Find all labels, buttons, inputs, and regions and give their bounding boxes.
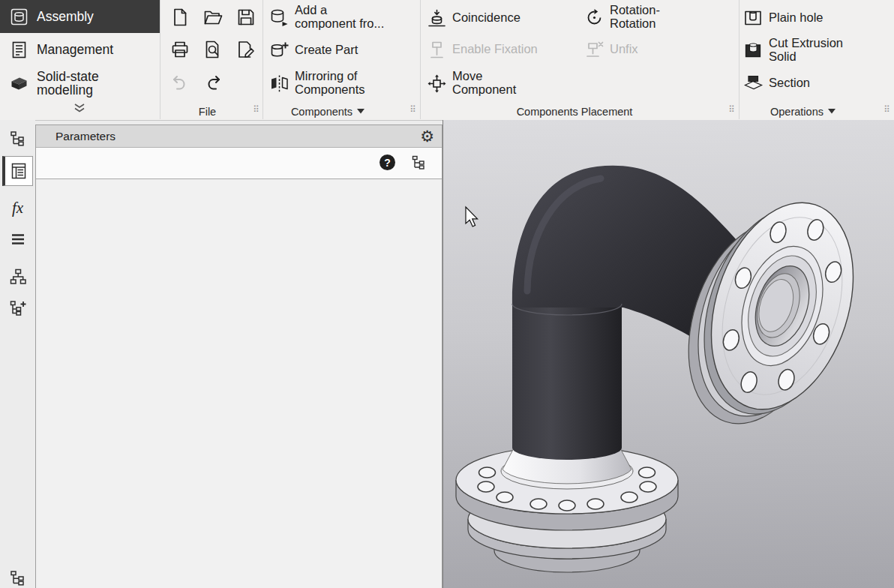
ribbon-separator <box>160 0 160 119</box>
rotation-rotation-label: Rotation- Rotation <box>610 4 660 30</box>
help-icon: ? <box>384 157 391 169</box>
mirroring-icon <box>269 74 290 94</box>
ribbon-collapse-chevron-icon[interactable] <box>69 101 90 115</box>
create-part-button[interactable]: Create Part <box>268 36 418 64</box>
placement-group-handle[interactable]: ⠿ <box>728 105 735 114</box>
tab-assembly-label: Assembly <box>37 10 94 23</box>
components-dropdown-caret-icon[interactable] <box>357 109 364 114</box>
panel-tree-button[interactable] <box>410 154 428 172</box>
structure-tree-button[interactable] <box>2 124 33 153</box>
mirroring-button[interactable]: Mirroring of Components <box>268 68 418 99</box>
undo-button[interactable] <box>166 68 194 97</box>
coincidence-label: Coincidence <box>452 11 520 25</box>
plain-hole-icon <box>743 8 764 28</box>
parameters-panel: Parameters ⚙ ? <box>35 124 442 588</box>
enable-fixation-icon <box>427 40 447 60</box>
enable-fixation-label: Enable Fixation <box>452 43 538 56</box>
menu-lines-icon <box>9 230 27 248</box>
undo-icon <box>170 73 190 92</box>
parameters-list-icon <box>10 162 28 180</box>
mirroring-label: Mirroring of Components <box>295 70 365 96</box>
unfix-icon <box>584 40 604 60</box>
tab-solid-label: Solid-state modelling <box>37 70 99 98</box>
move-component-label: Move Component <box>452 70 516 96</box>
open-folder-icon <box>203 8 223 27</box>
plain-hole-button[interactable]: Plain hole <box>742 5 892 31</box>
print-icon <box>170 40 190 59</box>
group-label-operations: Operations <box>741 104 865 119</box>
ribbon-separator <box>262 0 263 119</box>
redo-icon <box>203 73 223 92</box>
add-component-icon <box>269 8 290 28</box>
gear-icon[interactable]: ⚙ <box>420 127 434 146</box>
section-icon <box>743 74 764 94</box>
management-icon <box>10 40 28 59</box>
parameters-panel-toolbar: ? <box>36 148 442 179</box>
group-label-components: Components <box>264 104 392 119</box>
ribbon-separator <box>420 0 421 119</box>
move-component-icon <box>427 74 447 94</box>
ribbon: Assembly Management Solid-state modellin… <box>0 0 894 121</box>
new-document-icon <box>170 8 190 27</box>
save-as-icon <box>236 40 256 59</box>
print-preview-icon <box>203 40 223 59</box>
add-component-label: Add a component fro... <box>295 4 384 30</box>
tree-add-button[interactable] <box>2 294 33 322</box>
assembly-icon <box>10 8 28 26</box>
cut-extrusion-icon <box>743 40 764 61</box>
ribbon-separator <box>739 0 740 119</box>
move-component-button[interactable]: Move Component <box>426 68 580 99</box>
coincidence-button[interactable]: Coincidence <box>426 5 580 31</box>
menu-list-button[interactable] <box>2 225 33 254</box>
tab-assembly[interactable]: Assembly <box>0 0 160 33</box>
unfix-button[interactable]: Unfix <box>584 36 734 63</box>
tab-management[interactable]: Management <box>0 33 160 66</box>
enable-fixation-button[interactable]: Enable Fixation <box>426 36 580 63</box>
tree-add-icon <box>9 299 27 317</box>
bottom-tree-icon <box>9 569 27 587</box>
vertical-pipe <box>512 300 622 460</box>
help-button[interactable]: ? <box>380 154 395 170</box>
section-label: Section <box>769 76 810 90</box>
group-label-file: File <box>160 104 254 119</box>
hierarchy-icon <box>9 268 27 286</box>
3d-viewport[interactable] <box>442 120 894 588</box>
variables-button[interactable]: fx <box>2 194 33 222</box>
parameters-panel-button[interactable] <box>2 156 33 186</box>
left-tool-strip: fx <box>0 120 35 588</box>
print-button[interactable] <box>166 35 194 64</box>
rotation-rotation-button[interactable]: Rotation- Rotation <box>584 2 734 33</box>
panel-tree-icon <box>411 154 428 171</box>
cut-extrusion-button[interactable]: Cut Extrusion Solid <box>742 34 892 66</box>
print-preview-button[interactable] <box>199 35 227 64</box>
cut-extrusion-label: Cut Extrusion Solid <box>769 37 843 63</box>
operations-dropdown-caret-icon[interactable] <box>828 109 836 114</box>
hierarchy-button[interactable] <box>2 262 33 291</box>
new-document-button[interactable] <box>166 3 194 32</box>
mouse-cursor <box>466 207 478 226</box>
solid-modelling-icon <box>10 74 28 93</box>
operations-group-handle[interactable]: ⠿ <box>884 105 890 114</box>
structure-tree-icon <box>9 130 27 148</box>
fx-icon: fx <box>12 199 23 218</box>
add-component-button[interactable]: Add a component fro... <box>268 2 418 33</box>
file-group-handle[interactable]: ⠿ <box>253 105 260 114</box>
create-part-icon <box>269 40 290 61</box>
save-icon <box>236 8 256 27</box>
group-label-components-placement: Components Placement <box>422 104 728 119</box>
tab-management-label: Management <box>37 43 113 56</box>
coincidence-icon <box>427 8 447 28</box>
redo-button[interactable] <box>199 68 227 97</box>
create-part-label: Create Part <box>295 44 358 57</box>
bottom-tree-button[interactable] <box>2 564 33 588</box>
tab-solid-state-modelling[interactable]: Solid-state modelling <box>0 66 160 100</box>
open-document-button[interactable] <box>199 3 227 32</box>
rotation-rotation-icon <box>584 8 604 28</box>
save-as-button[interactable] <box>232 35 260 64</box>
section-button[interactable]: Section <box>742 69 892 98</box>
parameters-panel-header: Parameters ⚙ <box>36 125 442 148</box>
plain-hole-label: Plain hole <box>769 11 823 25</box>
save-button[interactable] <box>232 3 260 32</box>
parameters-panel-title: Parameters <box>56 130 116 143</box>
components-group-handle[interactable]: ⠿ <box>410 105 416 114</box>
